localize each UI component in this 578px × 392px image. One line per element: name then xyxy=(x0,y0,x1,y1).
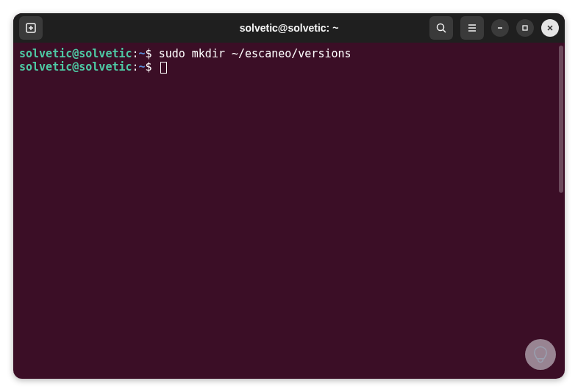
prompt-path: ~ xyxy=(139,60,146,74)
minimize-icon xyxy=(496,24,504,32)
hamburger-icon xyxy=(466,22,478,34)
terminal-body[interactable]: solvetic@solvetic:~$ sudo mkdir ~/escane… xyxy=(13,43,565,379)
prompt-dollar: $ xyxy=(146,60,159,74)
terminal-line: solvetic@solvetic:~$ xyxy=(19,60,559,74)
prompt-separator: : xyxy=(132,60,139,74)
cursor xyxy=(160,62,167,74)
prompt-user: solvetic@solvetic xyxy=(19,47,132,60)
titlebar-right xyxy=(429,16,559,40)
watermark-logo xyxy=(525,339,556,370)
prompt-user: solvetic@solvetic xyxy=(19,60,132,74)
svg-rect-9 xyxy=(523,26,527,30)
close-icon xyxy=(546,24,554,32)
prompt-separator: : xyxy=(132,47,139,60)
titlebar-left xyxy=(19,16,43,40)
scrollbar-thumb[interactable] xyxy=(559,46,563,193)
maximize-icon xyxy=(521,24,529,32)
command-text: sudo mkdir ~/escaneo/versions xyxy=(159,47,352,60)
prompt-dollar: $ xyxy=(146,47,159,60)
lightbulb-icon xyxy=(530,344,551,365)
new-tab-button[interactable] xyxy=(19,16,43,40)
close-button[interactable] xyxy=(541,19,559,37)
terminal-window: solvetic@solvetic: ~ xyxy=(13,13,565,379)
window-title: solvetic@solvetic: ~ xyxy=(240,22,339,34)
new-tab-icon xyxy=(25,22,37,34)
minimize-button[interactable] xyxy=(491,19,509,37)
menu-button[interactable] xyxy=(460,16,484,40)
svg-line-4 xyxy=(443,30,446,33)
search-icon xyxy=(435,22,447,34)
prompt-path: ~ xyxy=(139,47,146,60)
svg-point-3 xyxy=(438,24,444,31)
titlebar: solvetic@solvetic: ~ xyxy=(13,13,565,43)
terminal-line: solvetic@solvetic:~$ sudo mkdir ~/escane… xyxy=(19,47,559,60)
maximize-button[interactable] xyxy=(516,19,534,37)
search-button[interactable] xyxy=(429,16,453,40)
